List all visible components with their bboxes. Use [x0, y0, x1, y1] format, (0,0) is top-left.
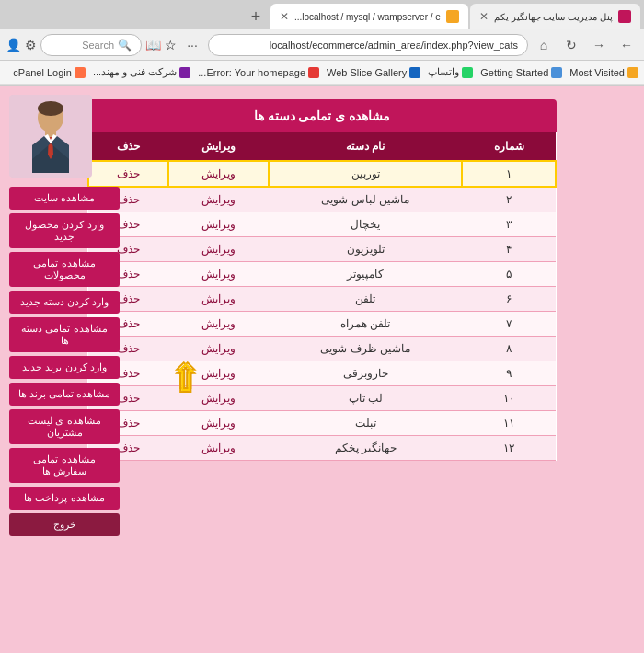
table-row: ۳یخچالویرایشحذف — [88, 212, 556, 237]
cell-number: ۴ — [462, 237, 556, 262]
delete-link[interactable]: حذف — [117, 243, 140, 256]
edit-link[interactable]: ویرایش — [201, 317, 236, 330]
bookmark-whatsapp[interactable]: واتساپ — [428, 66, 473, 78]
cell-edit[interactable]: ویرایش — [168, 287, 269, 312]
edit-link[interactable]: ویرایش — [201, 292, 236, 305]
table-title: مشاهده ی تمامی دسته ها — [87, 99, 557, 132]
cell-number: ۶ — [462, 287, 556, 312]
table-row: ۸ماشین ظرف شوییویرایشحذف — [88, 337, 556, 361]
edit-link[interactable]: ویرایش — [201, 218, 236, 231]
delete-link[interactable]: حذف — [117, 167, 140, 180]
edit-link[interactable]: ویرایش — [201, 193, 236, 206]
delete-link[interactable]: حذف — [117, 441, 140, 454]
avatar-container — [9, 95, 92, 178]
cell-name: تلفن — [269, 287, 462, 312]
home-button[interactable]: ⌂ — [532, 33, 556, 57]
settings-icon[interactable]: ⚙ — [25, 38, 37, 52]
bookmark-error[interactable]: Error: Your homepage... — [198, 67, 319, 78]
delete-link[interactable]: حذف — [117, 342, 140, 355]
cell-number: ۹ — [462, 361, 556, 386]
edit-link[interactable]: ویرایش — [201, 367, 236, 380]
star-icon[interactable]: ☆ — [165, 38, 177, 52]
edit-link[interactable]: ویرایش — [201, 392, 236, 405]
forward-button[interactable]: → — [587, 33, 611, 57]
delete-link[interactable]: حذف — [117, 367, 140, 380]
bookmark-web-slice[interactable]: Web Slice Gallery — [327, 67, 420, 78]
cell-edit[interactable]: ویرایش — [168, 212, 269, 237]
bookmark-label: واتساپ — [428, 66, 459, 78]
delete-link[interactable]: حذف — [117, 193, 140, 206]
table-row: ۹جاروبرقیویرایشحذف — [88, 361, 556, 386]
main-area: مشاهده ی تمامی دسته ها شماره نام دسته وی… — [87, 99, 557, 461]
back-button[interactable]: ← — [615, 33, 638, 57]
table-row: ۲ماشین لباس شوییویرایشحذف — [88, 187, 556, 212]
table-row: ۱۲جهانگیر پخکمویرایشحذف — [88, 436, 556, 461]
cell-name: لب تاپ — [269, 386, 462, 411]
cell-edit[interactable]: ویرایش — [168, 312, 269, 337]
tab-2[interactable]: localhost / mysql / wampserver / e... ✕ — [270, 4, 468, 29]
edit-link[interactable]: ویرایش — [201, 342, 236, 355]
user-icon[interactable]: 👤 — [6, 38, 21, 52]
tab-1[interactable]: پنل مدیریت سایت جهانگیر یکم ✕ — [470, 4, 640, 29]
bookmark-favicon — [551, 67, 562, 78]
edit-link[interactable]: ویرایش — [201, 167, 236, 180]
bookmark-favicon — [627, 67, 638, 78]
tab-1-close[interactable]: ✕ — [479, 10, 489, 23]
bookmark-favicon — [409, 67, 420, 78]
sidebar-logout[interactable]: خروج — [9, 513, 120, 536]
edit-link[interactable]: ویرایش — [201, 268, 236, 281]
col-header-name: نام دسته — [269, 132, 462, 161]
cell-edit[interactable]: ویرایش — [168, 161, 269, 187]
search-label: Search — [82, 40, 114, 51]
sidebar-view-customers[interactable]: مشاهده ی لیست مشتریان — [9, 409, 120, 444]
col-header-delete: حذف — [88, 132, 168, 161]
delete-link[interactable]: حذف — [117, 292, 140, 305]
new-tab-button[interactable]: + — [243, 4, 269, 29]
delete-link[interactable]: حذف — [117, 268, 140, 281]
cell-delete[interactable]: حذف — [88, 161, 168, 187]
reading-icon[interactable]: 📖 — [145, 38, 161, 52]
delete-link[interactable]: حذف — [117, 392, 140, 405]
bookmark-company[interactable]: شرکت فنی و مهند... — [93, 66, 190, 78]
cell-edit[interactable]: ویرایش — [168, 237, 269, 262]
delete-link[interactable]: حذف — [117, 218, 140, 231]
sidebar-add-category[interactable]: وارد کردن دسته جدید — [9, 291, 120, 314]
sidebar-view-payments[interactable]: مشاهده پرداخت ها — [9, 487, 120, 510]
bookmark-most-visited[interactable]: Most Visited — [569, 67, 638, 78]
edit-link[interactable]: ویرایش — [201, 417, 236, 430]
tab-2-close[interactable]: ✕ — [280, 10, 289, 23]
sidebar-add-brand[interactable]: وارد کردن برند جدید — [9, 356, 120, 379]
cell-edit[interactable]: ویرایش — [168, 262, 269, 287]
tab-1-label: پنل مدیریت سایت جهانگیر یکم — [494, 12, 613, 22]
menu-button[interactable]: ··· — [180, 33, 204, 57]
cell-number: ۸ — [462, 337, 556, 361]
cell-number: ۱۲ — [462, 436, 556, 461]
delete-link[interactable]: حذف — [117, 317, 140, 330]
edit-link[interactable]: ویرایش — [201, 243, 236, 256]
sidebar-view-categories[interactable]: مشاهده تمامی دسته ها — [9, 317, 120, 352]
sidebar-view-site[interactable]: مشاهده سایت — [9, 187, 120, 210]
refresh-button[interactable]: ↻ — [559, 33, 583, 57]
cell-name: کامپیوتر — [269, 262, 462, 287]
cell-edit[interactable]: ویرایش — [168, 411, 269, 436]
search-bar[interactable]: 🔍 Search — [40, 34, 142, 56]
bookmark-getting-started[interactable]: Getting Started — [480, 67, 562, 78]
bookmark-favicon — [179, 67, 190, 78]
table-row: ۱۱تبلتویرایشحذف — [88, 411, 556, 436]
nav-bar: ← → ↻ ⌂ localhost/ecommerce/admin_area/i… — [0, 29, 644, 61]
sidebar: مشاهده سایت وارد کردن محصول جدید مشاهده … — [9, 187, 120, 536]
sidebar-add-product[interactable]: وارد کردن محصول جدید — [9, 213, 120, 248]
cell-edit[interactable]: ویرایش — [168, 187, 269, 212]
sidebar-view-products[interactable]: مشاهده تمامی محصولات — [9, 252, 120, 287]
tab-2-favicon — [446, 10, 459, 23]
edit-link[interactable]: ویرایش — [201, 441, 236, 454]
sidebar-view-brands[interactable]: مشاهده تمامی برند ها — [9, 383, 120, 406]
arrow-indicator: ⇧ — [170, 357, 201, 399]
sidebar-view-orders[interactable]: مشاهده تمامی سفارش ها — [9, 448, 120, 483]
address-bar[interactable]: localhost/ecommerce/admin_area/index.php… — [208, 34, 528, 56]
bookmark-cpanel[interactable]: cPanel Login — [13, 67, 86, 78]
col-header-edit: ویرایش — [168, 132, 269, 161]
cell-edit[interactable]: ویرایش — [168, 436, 269, 461]
delete-link[interactable]: حذف — [117, 417, 140, 430]
cell-number: ۵ — [462, 262, 556, 287]
